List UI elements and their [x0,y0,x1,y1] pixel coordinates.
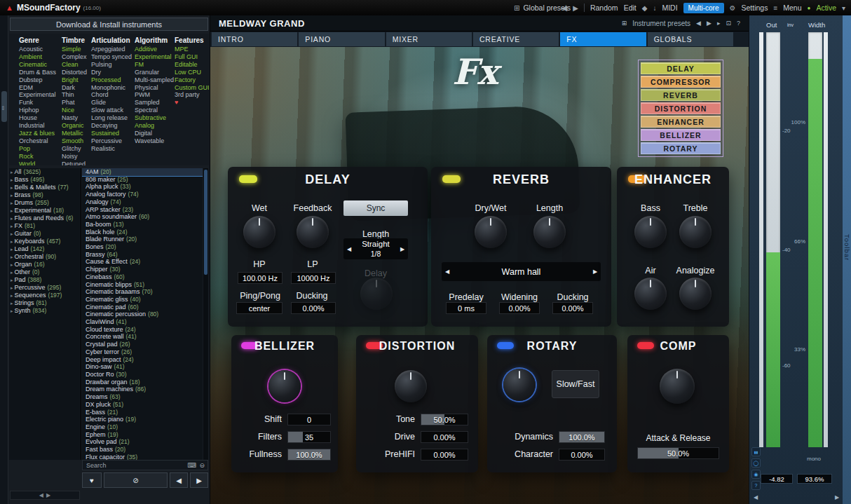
category-item[interactable]: ▸ Lead (142) [9,245,81,253]
category-item[interactable]: ▸ Sequences (197) [9,292,81,299]
treble-knob[interactable] [679,216,712,248]
filter-tag[interactable]: Full GUI [175,53,209,61]
category-item[interactable]: ▸ Organ (16) [9,261,81,268]
filter-tag[interactable]: Low CPU [175,69,209,76]
filter-tag[interactable]: Physical [135,84,174,92]
tree-expand-icon[interactable]: ▸ [11,299,13,307]
resize-updown-icon[interactable]: ⇕ [1,105,6,111]
reverb-preset-selector[interactable]: ◀ Warm hall ▶ [442,262,601,281]
preset-prev-icon[interactable]: ◀ [442,262,453,281]
multicore-button[interactable]: Multi-core [683,3,724,13]
preset-scrollbar[interactable] [203,168,208,460]
category-item[interactable]: ▸ Experimental (18) [9,207,81,214]
distortion-knob[interactable] [395,370,427,402]
filter-tag[interactable]: Cinematic [19,61,56,69]
filter-tag[interactable]: Tempo synced [91,53,132,61]
attack-release-field[interactable]: 50.0% [637,447,719,459]
fx-select-button[interactable]: ROTARY [641,142,721,154]
preset-item[interactable]: Cinematic percussion (80) [82,311,203,318]
filter-tag[interactable]: Metallic [62,130,87,137]
category-item[interactable]: ▸ FX (81) [9,222,81,230]
preset-item[interactable]: Cinematic braaams (70) [82,288,203,296]
filter-tag[interactable]: ♥ [175,99,209,107]
monitor-button[interactable]: ◉ [751,470,761,479]
character-field[interactable]: 0.00% [559,449,605,461]
fullness-field[interactable]: 100.0% [287,449,331,461]
filter-tag[interactable]: Arpeggiated [91,46,132,53]
filter-tag[interactable]: Chord [91,91,132,99]
download-install-button[interactable]: Download & Install instruments [10,18,208,31]
filter-tag[interactable]: Phat [62,99,87,107]
tree-expand-icon[interactable]: ▸ [11,184,13,191]
drive-field[interactable]: 0.00% [421,431,468,443]
tree-expand-icon[interactable]: ▸ [11,292,13,299]
filter-tag[interactable]: Experimental [135,53,174,61]
filter-tag[interactable]: World [19,161,56,165]
filter-tag[interactable]: Smooth [62,137,87,145]
shift-field[interactable]: 0 [287,414,331,425]
preset-item[interactable]: Dream machines (86) [82,386,203,393]
preset-item[interactable]: Electric piano (19) [82,416,203,423]
tab[interactable]: GLOBALS [648,32,733,46]
predelay-field[interactable]: 0 ms [446,302,486,314]
scroll-left-icon[interactable]: ◀ [39,492,43,498]
length-next-icon[interactable]: ▶ [397,238,408,259]
fx-select-button[interactable]: ENHANCER [641,116,721,128]
active-button[interactable]: Active [816,4,836,12]
filters-field[interactable]: 35 [287,431,331,443]
analogize-knob[interactable] [679,278,712,310]
preset-item[interactable]: E-bass (21) [82,409,203,416]
filter-tag[interactable]: MPE [175,46,209,53]
preset-item[interactable]: Alpha pluck (33) [82,183,203,191]
bass-knob[interactable] [634,216,667,248]
filter-tag[interactable]: Rock [19,153,56,161]
power-icon[interactable]: ● [808,5,811,11]
ducking-field[interactable]: 0.00% [291,302,336,314]
next-instrument-preset-icon[interactable]: ▶ [707,20,712,27]
search-row[interactable]: Search ⌨ ⊖ [82,460,208,470]
filter-tag[interactable]: Sampled [135,99,174,107]
preset-item[interactable]: Brassy (64) [82,251,203,259]
filter-tag[interactable]: Percussive [91,137,132,145]
scrollbar-thumb[interactable] [204,170,207,275]
filter-tag[interactable]: Jazz & blues [19,130,56,137]
filter-tag[interactable]: Monophonic [91,84,132,92]
tree-expand-icon[interactable]: ▸ [11,307,13,315]
fx-select-button[interactable]: REVERB [641,89,721,101]
preset-item[interactable]: Evolve pad (21) [82,438,203,446]
category-item[interactable]: ▸ Synth (834) [9,307,81,315]
keyboard-icon[interactable]: ⌨ [187,462,196,469]
favorite-button[interactable]: ♥ [82,472,102,488]
filter-tag[interactable]: Slow attack [91,107,132,114]
category-item[interactable]: ▸ Percussive (295) [9,284,81,292]
tree-expand-icon[interactable]: ▸ [11,230,13,238]
category-item[interactable]: ▸ Keyboards (457) [9,238,81,245]
wet-knob[interactable] [243,216,275,248]
filter-tag[interactable]: Complex [62,53,87,61]
filter-tag[interactable]: Glitchy [62,145,87,153]
preset-item[interactable]: 808 maker (25) [82,176,203,184]
filter-tag[interactable]: Pulsing [91,61,132,69]
pingpong-field[interactable]: center [236,302,282,314]
preset-item[interactable]: Cause & Effect (24) [82,258,203,266]
category-item[interactable]: ▸ All (3625) [9,168,81,176]
category-item[interactable]: ▸ Strings (81) [9,299,81,307]
next-global-preset-icon[interactable]: ▶ [573,4,578,12]
air-knob[interactable] [634,278,667,310]
out-meter[interactable] [766,32,780,447]
tab[interactable]: PIANO [299,32,384,46]
category-item[interactable]: ▸ Bells & Mallets (77) [9,184,81,191]
filter-tag[interactable]: Nice [62,107,87,114]
filter-tag[interactable]: Realistic [91,145,132,153]
category-item[interactable]: ▸ Pad (388) [9,276,81,284]
category-item[interactable]: ▸ Orchestral (90) [9,253,81,261]
filter-tag[interactable]: Noisy [62,153,87,161]
tab[interactable]: CREATIVE [473,32,559,46]
filter-tag[interactable]: Spectral [135,107,174,114]
fx-select-button[interactable]: COMPRESSOR [641,76,721,88]
filter-tag[interactable]: Sustained [91,130,132,137]
midi-button[interactable]: MIDI [662,4,677,12]
invert-label[interactable]: inv [787,22,794,27]
search-input[interactable]: Search [83,462,187,469]
diamond-icon[interactable]: ◆ [642,4,648,12]
